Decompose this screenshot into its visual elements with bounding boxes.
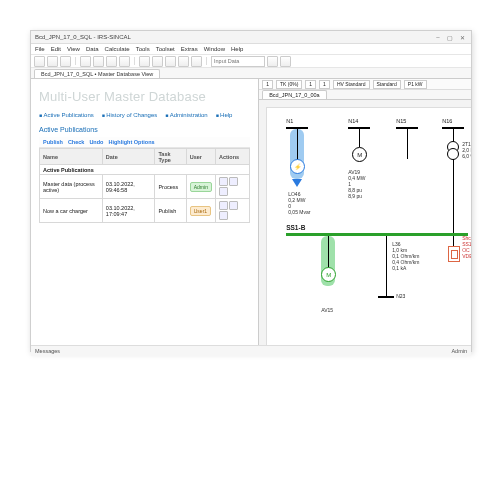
publications-table: Name Date Task Type User Actions Active … <box>39 148 250 223</box>
menu-data[interactable]: Data <box>86 46 99 52</box>
undo-button[interactable]: Undo <box>89 139 103 145</box>
status-left[interactable]: Messages <box>35 348 60 354</box>
action-icon[interactable] <box>219 201 228 210</box>
col-user[interactable]: User <box>186 149 215 165</box>
bus-ss1b[interactable] <box>286 233 468 236</box>
main-toolbar <box>31 55 471 68</box>
tool-box[interactable]: 1 <box>305 80 316 89</box>
link-history[interactable]: History of Changes <box>102 112 157 118</box>
toolbar-button[interactable] <box>119 56 130 67</box>
col-date[interactable]: Date <box>102 149 155 165</box>
col-name[interactable]: Name <box>40 149 103 165</box>
check-button[interactable]: Check <box>68 139 85 145</box>
toolbar-button[interactable] <box>60 56 71 67</box>
label-n1: N1 <box>286 118 293 124</box>
diagram-toolbar: 1 TK (0%) 1 1 HV Standard Standard P1 kW <box>259 79 471 90</box>
highlight-button[interactable]: Highlight Options <box>108 139 154 145</box>
toolbar-input[interactable] <box>211 56 265 67</box>
label-n15: N15 <box>396 118 406 124</box>
menu-calculate[interactable]: Calculate <box>105 46 130 52</box>
page-heading: Multi-User Master Database <box>39 89 250 104</box>
menu-toolset[interactable]: Toolset <box>156 46 175 52</box>
toolbar-button[interactable] <box>191 56 202 67</box>
toolbar-button[interactable] <box>34 56 45 67</box>
table-row[interactable]: Master data (process active) 03.10.2022,… <box>40 175 250 199</box>
action-icon[interactable] <box>229 177 238 186</box>
toolbar-button[interactable] <box>165 56 176 67</box>
menu-tools[interactable]: Tools <box>136 46 150 52</box>
table-row[interactable]: Now a car charger 03.10.2022, 17:09:47 P… <box>40 199 250 223</box>
user-badge: Admin <box>190 182 212 192</box>
tool-box[interactable]: P1 kW <box>404 80 427 89</box>
toolbar-button[interactable] <box>139 56 150 67</box>
nav-links: Active Publications History of Changes A… <box>39 112 250 118</box>
row-actions <box>215 175 249 199</box>
row-actions <box>215 199 249 223</box>
window-title: Bcd_JPN_17_0_SQL - IRS-SINCAL <box>35 34 131 40</box>
pub-controls: Publish Check Undo Highlight Options <box>39 137 250 148</box>
status-user: Admin <box>451 348 467 354</box>
label-av15: AV15 <box>321 307 333 313</box>
menu-extras[interactable]: Extras <box>181 46 198 52</box>
label-n16: N16 <box>442 118 452 124</box>
master-db-pane: Multi-User Master Database Active Public… <box>31 79 259 345</box>
toolbar-button[interactable] <box>152 56 163 67</box>
diagram-tabs: Bcd_JPN_17_0_00a <box>259 90 471 100</box>
toolbar-button[interactable] <box>267 56 278 67</box>
tool-box[interactable]: HV Standard <box>333 80 370 89</box>
toolbar-button[interactable] <box>178 56 189 67</box>
protection-device-icon[interactable] <box>448 246 460 262</box>
link-help[interactable]: Help <box>216 112 233 118</box>
user-badge: User1 <box>190 206 211 216</box>
diagram-pane: 1 TK (0%) 1 1 HV Standard Standard P1 kW… <box>259 79 471 345</box>
tool-box[interactable]: Standard <box>373 80 401 89</box>
diagram-tab[interactable]: Bcd_JPN_17_0_00a <box>262 90 326 99</box>
close-button[interactable]: ✕ <box>457 32 467 42</box>
menu-view[interactable]: View <box>67 46 80 52</box>
menubar: File Edit View Data Calculate Tools Tool… <box>31 44 471 55</box>
maximize-button[interactable]: ▢ <box>445 32 455 42</box>
app-window: Bcd_JPN_17_0_SQL - IRS-SINCAL – ▢ ✕ File… <box>30 30 472 352</box>
tab-master-db[interactable]: Bcd_JPN_17_0_SQL • Master Database View <box>34 69 160 78</box>
toolbar-button[interactable] <box>47 56 58 67</box>
menu-edit[interactable]: Edit <box>51 46 61 52</box>
col-actions[interactable]: Actions <box>215 149 249 165</box>
motor-icon[interactable]: M <box>352 147 367 162</box>
bus-n23[interactable] <box>378 296 394 298</box>
action-icon[interactable] <box>219 187 228 196</box>
toolbar-button[interactable] <box>106 56 117 67</box>
single-line-diagram[interactable]: N1 N14 N15 N16 ⚡ LO46 0,2 MW 0 0,05 Mvar <box>259 100 471 345</box>
tool-box[interactable]: 1 <box>262 80 273 89</box>
action-icon[interactable] <box>229 201 238 210</box>
action-icon[interactable] <box>219 211 228 220</box>
toolbar-button[interactable] <box>80 56 91 67</box>
menu-help[interactable]: Help <box>231 46 243 52</box>
titlebar: Bcd_JPN_17_0_SQL - IRS-SINCAL – ▢ ✕ <box>31 31 471 44</box>
minimize-button[interactable]: – <box>433 32 443 42</box>
tool-box[interactable]: TK (0%) <box>276 80 302 89</box>
label-bus: SS1-B <box>286 224 305 231</box>
statusbar: Messages Admin <box>31 345 471 356</box>
menu-window[interactable]: Window <box>204 46 225 52</box>
toolbar-button[interactable] <box>280 56 291 67</box>
load-arrow-icon <box>292 179 302 187</box>
document-tabs: Bcd_JPN_17_0_SQL • Master Database View <box>31 68 471 79</box>
link-active-pubs[interactable]: Active Publications <box>39 112 94 118</box>
group-header: Active Publications <box>40 165 250 175</box>
action-icon[interactable] <box>219 177 228 186</box>
label-n14: N14 <box>348 118 358 124</box>
tool-box[interactable]: 1 <box>319 80 330 89</box>
label-n23: N23 <box>396 293 405 299</box>
toolbar-button[interactable] <box>93 56 104 67</box>
publish-button[interactable]: Publish <box>43 139 63 145</box>
menu-file[interactable]: File <box>35 46 45 52</box>
link-admin[interactable]: Administration <box>165 112 207 118</box>
col-type[interactable]: Task Type <box>155 149 186 165</box>
section-title: Active Publications <box>39 126 250 133</box>
